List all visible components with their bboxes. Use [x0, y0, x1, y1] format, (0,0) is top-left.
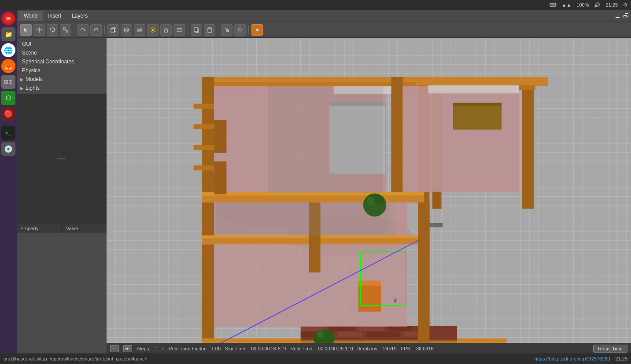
tree-item-spherical-coords[interactable]: Spherical Coordinates [17, 57, 107, 66]
svg-rect-108 [268, 86, 383, 193]
sim-time-label: Sim Time: [225, 346, 247, 351]
sim-time-value: 00:00:00:24.519 [251, 346, 286, 351]
svg-rect-37 [209, 27, 210, 29]
svg-point-21 [152, 29, 154, 31]
toolbar: ■ [17, 22, 631, 38]
svg-point-20 [138, 30, 141, 32]
menu-tab-insert[interactable]: Insert [43, 11, 66, 21]
settings-icon[interactable]: ⚙ [623, 2, 627, 8]
svg-rect-107 [214, 162, 226, 195]
svg-marker-5 [41, 29, 42, 30]
fps-label: FPS: [401, 346, 412, 351]
3d-scene [107, 38, 631, 343]
snap-tool[interactable] [234, 24, 246, 36]
select-tool[interactable] [20, 24, 32, 36]
svg-line-27 [154, 31, 155, 32]
fps-value: 36.0916 [416, 346, 434, 351]
svg-rect-63 [194, 104, 214, 109]
wifi-icon: ▲▲ [562, 2, 572, 7]
copy-tool[interactable] [191, 24, 202, 36]
svg-rect-8 [66, 30, 68, 32]
scene-tree: GUI Scene Spherical Coordinates Physics … [17, 38, 107, 94]
iterations-label: Iterations: [358, 346, 379, 351]
toolbar-sep-5 [248, 26, 249, 34]
svg-rect-76 [366, 332, 399, 337]
step-arrow-icon[interactable]: ↕ [162, 346, 164, 351]
dock-icon-home[interactable]: ≡ [1, 11, 15, 26]
svg-rect-106 [214, 120, 226, 153]
real-time-factor-value: 1.00 [211, 346, 221, 351]
translate-tool[interactable] [33, 24, 45, 36]
svg-rect-66 [194, 165, 214, 170]
tree-item-lights[interactable]: ▶ Lights [17, 84, 107, 92]
svg-line-26 [151, 28, 152, 29]
terminal-path: crp@hasee-desktop: /opt/ros/kinetic/shar… [4, 356, 148, 361]
svg-rect-89 [453, 103, 502, 106]
dock-icon-firefox[interactable]: 🦊 [1, 59, 15, 73]
csdn-url[interactable]: https://blog.csdn.net/crp997576280 [535, 356, 610, 361]
svg-point-30 [165, 28, 167, 29]
application-dock: ≡ 📁 🌐 🦊 ⊞⊞ ⬡ 🔴 >_ 💿 [0, 10, 17, 353]
dock-icon-disk[interactable]: 💿 [1, 142, 15, 156]
dock-icon-app2[interactable]: 🔴 [1, 107, 15, 121]
steps-value: 1 [155, 346, 157, 351]
material-tool[interactable]: ■ [251, 24, 263, 36]
tree-item-gui[interactable]: GUI [17, 40, 107, 48]
sphere-tool[interactable] [121, 24, 132, 36]
spot-light-tool[interactable] [160, 24, 172, 36]
property-col-header: Property [17, 224, 61, 233]
cylinder-tool[interactable] [134, 24, 145, 36]
tree-item-models[interactable]: ▶ Models [17, 75, 107, 84]
iterations-value: 24519 [383, 346, 397, 351]
svg-rect-54 [522, 77, 534, 209]
menu-tab-layers[interactable]: Layers [66, 11, 93, 21]
rotate-tool[interactable] [47, 24, 58, 36]
svg-point-17 [138, 28, 141, 29]
tree-item-physics[interactable]: Physics [17, 66, 107, 75]
properties-panel: Property Value [17, 224, 107, 354]
paste-tool[interactable] [204, 24, 215, 36]
pause-button[interactable]: ⏸ [110, 345, 119, 352]
value-col-header: Value [63, 224, 107, 233]
svg-point-15 [124, 28, 129, 32]
steps-label: Steps: [137, 346, 150, 351]
undo-tool[interactable] [77, 24, 89, 36]
maximize-icon[interactable]: 🗗 [623, 12, 629, 19]
dock-icon-files[interactable]: 📁 [1, 27, 15, 41]
svg-rect-59 [391, 77, 402, 201]
dock-icon-apps[interactable]: ⊞⊞ [1, 75, 15, 89]
battery-status: 100% [576, 2, 589, 7]
svg-point-110 [394, 300, 397, 303]
svg-rect-7 [63, 28, 65, 29]
status-bar: ⏸ ⏭ Steps: 1 ↕ Real Time Factor: 1.00 Si… [107, 343, 631, 353]
dock-icon-terminal[interactable]: >_ [1, 126, 15, 140]
svg-rect-64 [194, 124, 214, 129]
svg-marker-2 [39, 27, 40, 28]
dock-icon-gazebo[interactable]: ⬡ [1, 91, 15, 105]
menu-tab-world[interactable]: World [18, 11, 43, 21]
tree-item-scene[interactable]: Scene [17, 48, 107, 57]
redo-tool[interactable] [90, 24, 102, 36]
align-tool[interactable] [221, 24, 232, 36]
point-light-tool[interactable] [147, 24, 159, 36]
reset-time-button[interactable]: Reset Time [593, 345, 627, 353]
toolbar-sep-1 [74, 26, 74, 34]
svg-marker-11 [97, 29, 99, 30]
dock-icon-chrome[interactable]: 🌐 [1, 43, 15, 57]
step-button[interactable]: ⏭ [123, 345, 132, 352]
lights-arrow-icon: ▶ [20, 86, 24, 91]
left-panel: GUI Scene Spherical Coordinates Physics … [17, 38, 107, 353]
real-time-label: Real Time: [290, 346, 314, 351]
terminal-time: 21:25 [615, 356, 627, 361]
3d-viewport[interactable] [107, 38, 631, 343]
svg-marker-14 [114, 28, 116, 32]
scale-tool[interactable] [60, 24, 71, 36]
panel-divider[interactable] [17, 94, 107, 224]
toolbar-sep-2 [104, 26, 105, 34]
clock: 21:25 [605, 2, 618, 7]
box-tool[interactable] [107, 24, 119, 36]
menu-bar: World Insert Layers 🗕 🗗 [17, 10, 631, 22]
real-time-factor-label: Real Time Factor: [169, 346, 207, 351]
minimize-icon[interactable]: 🗕 [614, 12, 620, 19]
dir-light-tool[interactable] [173, 24, 185, 36]
